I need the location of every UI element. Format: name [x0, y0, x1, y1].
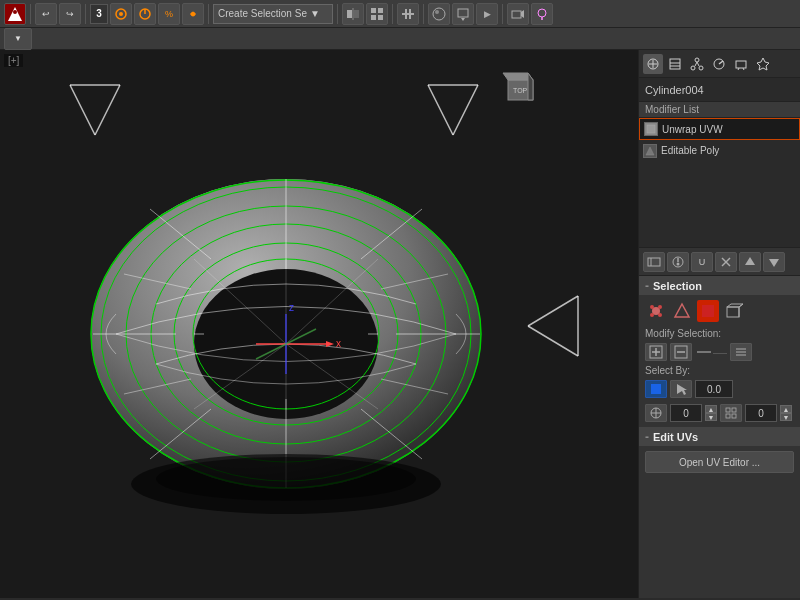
select-by-spinner-2[interactable] [745, 404, 777, 422]
svg-point-17 [435, 10, 439, 14]
render-setup-button[interactable] [452, 3, 474, 25]
modifier-toolbar: U [639, 248, 800, 276]
spinner-1-down[interactable]: ▼ [705, 413, 717, 421]
vertex-select-button[interactable] [645, 300, 667, 322]
svg-point-105 [650, 305, 654, 309]
spinner-snap-button[interactable] [182, 3, 204, 25]
modifier-up-button[interactable] [739, 252, 761, 272]
light-button[interactable] [531, 3, 553, 25]
material-editor-button[interactable] [428, 3, 450, 25]
motion-tab-icon[interactable] [709, 54, 729, 74]
spinner-2-up[interactable]: ▲ [780, 405, 792, 413]
svg-rect-123 [651, 384, 661, 394]
svg-point-108 [658, 313, 662, 317]
camera-button[interactable] [507, 3, 529, 25]
select-by-label: Select By: [639, 363, 800, 378]
modifier-unwrap-uvw[interactable]: Unwrap UVW [639, 118, 800, 140]
by-name-select-button[interactable] [670, 380, 692, 398]
svg-marker-102 [745, 257, 755, 265]
viewport[interactable]: x z [+] TOP [0, 50, 638, 598]
spinner-2-down[interactable]: ▼ [780, 413, 792, 421]
spinner-2-pair: ▲ ▼ [780, 405, 792, 421]
modifier-uvw-label: Unwrap UVW [662, 124, 723, 135]
edge-select-button[interactable] [671, 300, 693, 322]
viewport-label: [+] [4, 54, 23, 67]
snap-toggle-button[interactable] [110, 3, 132, 25]
secondary-toolbar: ▼ [0, 28, 800, 50]
select-by-value-input[interactable] [695, 380, 733, 398]
svg-marker-103 [769, 259, 779, 267]
align-button[interactable] [397, 3, 419, 25]
angle-snap-button[interactable] [134, 3, 156, 25]
array-button[interactable] [366, 3, 388, 25]
percent-snap-button[interactable]: % [158, 3, 180, 25]
modifier-stack: Unwrap UVW Editable Poly [639, 118, 800, 248]
hierarchy-tab-icon[interactable] [687, 54, 707, 74]
modifier-poly-icon [643, 144, 657, 158]
material-id-select-button[interactable] [645, 380, 667, 398]
separator-6 [423, 4, 424, 24]
modifier-pin-button[interactable] [667, 252, 689, 272]
right-arrow[interactable] [523, 286, 583, 366]
modifier-unique-button[interactable]: U [691, 252, 713, 272]
menu-toggle-button[interactable]: ▼ [4, 28, 32, 50]
selection-rollout-header[interactable]: - Selection [639, 276, 800, 296]
shrink-selection-button[interactable] [670, 343, 692, 361]
object-name-input[interactable] [639, 78, 800, 102]
svg-line-68 [453, 85, 478, 135]
top-right-arrow[interactable] [413, 75, 493, 145]
separator-3 [208, 4, 209, 24]
svg-marker-94 [646, 147, 654, 155]
mirror-button[interactable] [342, 3, 364, 25]
render-button[interactable]: ▶ [476, 3, 498, 25]
select-by-spinner-1[interactable] [670, 404, 702, 422]
redo-button[interactable]: ↪ [59, 3, 81, 25]
viewport-orientation-cube[interactable]: TOP [498, 65, 543, 110]
open-uv-editor-button[interactable]: Open UV Editor ... [645, 451, 794, 473]
undo-button[interactable]: ↩ [35, 3, 57, 25]
panel-icon-bar [639, 50, 800, 78]
top-left-arrow[interactable] [55, 75, 135, 145]
svg-point-99 [677, 262, 680, 265]
app-menu-button[interactable] [4, 3, 26, 25]
modify-tab-icon[interactable] [665, 54, 685, 74]
dash-indicators [697, 350, 727, 354]
svg-point-107 [650, 313, 654, 317]
svg-line-67 [428, 85, 453, 135]
svg-marker-109 [675, 304, 689, 317]
face-select-button[interactable] [697, 300, 719, 322]
create-selection-dropdown[interactable]: Create Selection Se ▼ [213, 4, 333, 24]
svg-point-84 [691, 66, 695, 70]
create-tab-icon[interactable] [643, 54, 663, 74]
top-toolbar: ↩ ↪ 3 % Create Selection Se ▼ ▶ [0, 0, 800, 28]
edit-uvs-rollout-header[interactable]: - Edit UVs [639, 427, 800, 447]
select-by-cursor-button[interactable] [645, 404, 667, 422]
svg-rect-20 [512, 11, 521, 18]
svg-rect-14 [405, 9, 407, 19]
separator-2 [85, 4, 86, 24]
number-field[interactable]: 3 [90, 4, 108, 24]
separator-7 [502, 4, 503, 24]
utilities-tab-icon[interactable] [753, 54, 773, 74]
svg-point-83 [695, 58, 699, 62]
select-by-grid-button[interactable] [720, 404, 742, 422]
svg-rect-10 [378, 8, 383, 13]
expand-selection-button[interactable] [645, 343, 667, 361]
modify-selection-label: Modify Selection: [639, 326, 800, 341]
modifier-editable-poly[interactable]: Editable Poly [639, 140, 800, 162]
edit-uvs-rollout-toggle: - [645, 430, 649, 444]
separator-1 [30, 4, 31, 24]
svg-point-22 [538, 9, 546, 17]
modify-selection-row [639, 341, 800, 363]
selection-rollout-title: Selection [653, 280, 702, 292]
modifier-remove-button[interactable] [715, 252, 737, 272]
modifier-configure-button[interactable] [643, 252, 665, 272]
list-selection-button[interactable] [730, 343, 752, 361]
modifier-down-button[interactable] [763, 252, 785, 272]
spinner-1-up[interactable]: ▲ [705, 405, 717, 413]
svg-rect-130 [726, 414, 730, 418]
svg-rect-9 [371, 8, 376, 13]
display-tab-icon[interactable] [731, 54, 751, 74]
selection-icons-row [639, 296, 800, 326]
box-select-button[interactable] [723, 300, 745, 322]
